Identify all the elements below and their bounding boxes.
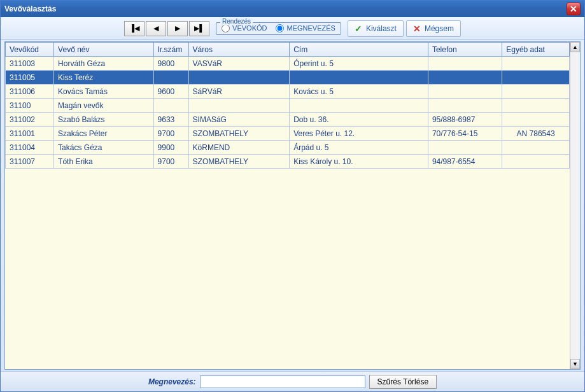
cell-irszam[interactable]: 9600 (153, 85, 188, 99)
col-header-vevokod[interactable]: Vevőkód (6, 43, 54, 57)
cell-telefon[interactable]: 95/888-6987 (428, 113, 502, 127)
col-header-varos[interactable]: Város (188, 43, 290, 57)
cell-irszam[interactable]: 9700 (153, 155, 188, 169)
cell-vevokod[interactable]: 311005 (6, 71, 54, 85)
cell-varos[interactable]: SáRVáR (188, 85, 290, 99)
cell-nev[interactable]: Magán vevők (54, 99, 153, 113)
cell-varos[interactable]: SZOMBATHELY (188, 127, 290, 141)
cell-irszam[interactable]: 9800 (153, 57, 188, 71)
table-row[interactable]: 311002Szabó Balázs9633SIMASáGDob u. 36.9… (6, 113, 570, 127)
cell-egyeb[interactable] (502, 71, 570, 85)
cell-cim[interactable]: Dob u. 36. (290, 113, 428, 127)
close-button[interactable]: ✕ (567, 3, 581, 15)
cell-telefon[interactable]: 94/987-6554 (428, 155, 502, 169)
cell-egyeb[interactable] (502, 85, 570, 99)
cell-nev[interactable]: Kiss Teréz (54, 71, 153, 85)
nav-next-button[interactable]: ▶ (167, 21, 188, 36)
table-row[interactable]: 311004Takács Géza9900KöRMENDÁrpád u. 5 (6, 141, 570, 155)
cell-vevokod[interactable]: 311001 (6, 127, 54, 141)
cell-irszam[interactable]: 9700 (153, 127, 188, 141)
cell-cim[interactable] (290, 99, 428, 113)
cell-varos[interactable] (188, 71, 290, 85)
cell-nev[interactable]: Takács Géza (54, 141, 153, 155)
cell-varos[interactable] (188, 99, 290, 113)
cell-nev[interactable]: Horváth Géza (54, 57, 153, 71)
cell-egyeb[interactable] (502, 57, 570, 71)
cell-telefon[interactable] (428, 141, 502, 155)
cell-varos[interactable]: SIMASáG (188, 113, 290, 127)
cell-telefon[interactable] (428, 85, 502, 99)
vertical-scrollbar[interactable]: ▲ ▼ (570, 42, 580, 369)
cell-egyeb[interactable] (502, 141, 570, 155)
first-icon: ▐◀ (129, 24, 139, 32)
cell-egyeb[interactable]: AN 786543 (502, 127, 570, 141)
col-header-cim[interactable]: Cím (290, 43, 428, 57)
cell-cim[interactable]: Árpád u. 5 (290, 141, 428, 155)
cell-cim[interactable]: Óperint u. 5 (290, 57, 428, 71)
titlebar: Vevőválasztás ✕ (1, 1, 584, 17)
sort-by-code-radio[interactable]: VEVŐKÓD (222, 24, 267, 32)
cell-irszam[interactable] (153, 99, 188, 113)
check-icon: ✓ (355, 24, 362, 34)
cancel-button-label: Mégsem (425, 24, 454, 33)
cell-irszam[interactable]: 9633 (153, 113, 188, 127)
nav-first-button[interactable]: ▐◀ (124, 21, 144, 36)
cell-egyeb[interactable] (502, 113, 570, 127)
cell-irszam[interactable] (153, 71, 188, 85)
cell-varos[interactable]: VASVáR (188, 57, 290, 71)
cell-telefon[interactable]: 70/776-54-15 (428, 127, 502, 141)
table-row[interactable]: 311005Kiss Teréz (6, 71, 570, 85)
grid-scroll: Vevőkód Vevő név Ir.szám Város Cím Telef… (5, 42, 570, 369)
table-row[interactable]: 31100Magán vevők (6, 99, 570, 113)
sort-by-name-radio[interactable]: MEGNEVEZÉS (276, 24, 335, 32)
cell-vevokod[interactable]: 311003 (6, 57, 54, 71)
scroll-down-button[interactable]: ▼ (570, 359, 580, 369)
clear-filter-button[interactable]: Szűrés Törlése (369, 375, 437, 389)
scroll-track[interactable] (570, 52, 580, 359)
table-row[interactable]: 311001Szakács Péter9700SZOMBATHELYVeres … (6, 127, 570, 141)
footer: Megnevezés: Szűrés Törlése (1, 371, 584, 391)
sort-group: Rendezés VEVŐKÓD MEGNEVEZÉS (216, 22, 341, 35)
col-header-irszam[interactable]: Ir.szám (153, 43, 188, 57)
table-row[interactable]: 311006Kovács Tamás9600SáRVáRKovács u. 5 (6, 85, 570, 99)
filter-label: Megnevezés: (148, 377, 196, 386)
cell-nev[interactable]: Tóth Erika (54, 155, 153, 169)
col-header-egyeb[interactable]: Egyéb adat (502, 43, 570, 57)
cell-vevokod[interactable]: 311002 (6, 113, 54, 127)
cell-varos[interactable]: SZOMBATHELY (188, 155, 290, 169)
cell-telefon[interactable] (428, 99, 502, 113)
col-header-telefon[interactable]: Telefon (428, 43, 502, 57)
cell-nev[interactable]: Szakács Péter (54, 127, 153, 141)
nav-last-button[interactable]: ▶▌ (189, 21, 209, 36)
cell-cim[interactable]: Veres Péter u. 12. (290, 127, 428, 141)
cell-cim[interactable] (290, 71, 428, 85)
filter-input[interactable] (200, 375, 365, 388)
cell-egyeb[interactable] (502, 155, 570, 169)
scroll-up-button[interactable]: ▲ (570, 42, 580, 52)
sort-by-code-input[interactable] (222, 24, 230, 32)
cell-vevokod[interactable]: 311007 (6, 155, 54, 169)
cell-cim[interactable]: Kiss Károly u. 10. (290, 155, 428, 169)
customers-table: Vevőkód Vevő név Ir.szám Város Cím Telef… (5, 42, 570, 169)
cell-vevokod[interactable]: 311006 (6, 85, 54, 99)
cell-irszam[interactable]: 9900 (153, 141, 188, 155)
cell-vevokod[interactable]: 311004 (6, 141, 54, 155)
select-button[interactable]: ✓ Kiválaszt (348, 20, 404, 37)
col-header-nev[interactable]: Vevő név (54, 43, 153, 57)
cell-cim[interactable]: Kovács u. 5 (290, 85, 428, 99)
sort-by-name-label: MEGNEVEZÉS (286, 24, 335, 32)
nav-prev-button[interactable]: ◀ (146, 21, 166, 36)
cell-telefon[interactable] (428, 57, 502, 71)
cell-nev[interactable]: Kovács Tamás (54, 85, 153, 99)
cell-varos[interactable]: KöRMEND (188, 141, 290, 155)
cell-nev[interactable]: Szabó Balázs (54, 113, 153, 127)
cell-vevokod[interactable]: 31100 (6, 99, 54, 113)
chevron-up-icon: ▲ (572, 44, 578, 50)
last-icon: ▶▌ (194, 24, 204, 32)
sort-by-name-input[interactable] (276, 24, 284, 32)
table-row[interactable]: 311003Horváth Géza9800VASVáRÓperint u. 5 (6, 57, 570, 71)
table-row[interactable]: 311007Tóth Erika9700SZOMBATHELYKiss Káro… (6, 155, 570, 169)
cancel-button[interactable]: ✕ Mégsem (406, 20, 461, 37)
cell-egyeb[interactable] (502, 99, 570, 113)
cell-telefon[interactable] (428, 71, 502, 85)
